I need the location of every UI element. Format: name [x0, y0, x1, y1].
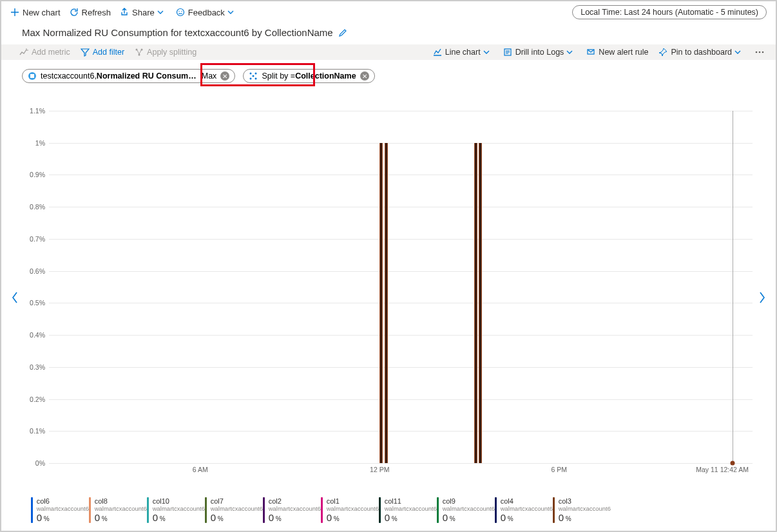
svg-point-9: [759, 52, 761, 53]
legend-color-bar: [89, 497, 91, 523]
line-chart-icon: [433, 48, 442, 57]
refresh-button[interactable]: Refresh: [70, 8, 111, 17]
feedback-button[interactable]: Feedback: [176, 8, 237, 17]
y-axis-label: 1%: [35, 139, 45, 147]
metric-icon: [19, 48, 28, 57]
data-spike: [479, 143, 482, 463]
chevron-down-icon: [566, 49, 573, 55]
legend-item[interactable]: col7walmartcxaccount60 %: [205, 497, 263, 523]
legend-series-name: col6: [37, 497, 89, 505]
chart-title: Max Normalized RU Consumption for textcx…: [22, 27, 333, 38]
legend-series-account: walmartcxaccount6: [385, 505, 437, 512]
grid-line: [49, 271, 753, 272]
legend-series-value: 0 %: [211, 512, 263, 523]
legend-series-value: 0 %: [501, 512, 553, 523]
chevron-down-icon: [227, 9, 234, 15]
grid-line: [49, 111, 753, 111]
svg-point-13: [255, 73, 257, 75]
svg-point-15: [255, 78, 257, 80]
legend-item[interactable]: col9walmartcxaccount60 %: [437, 497, 495, 523]
x-axis-label: 6 AM: [193, 466, 208, 473]
new-alert-button[interactable]: New alert rule: [586, 48, 648, 57]
next-chart-arrow[interactable]: [755, 285, 769, 310]
grid-line: [49, 143, 753, 144]
more-button[interactable]: [754, 48, 768, 57]
time-range-button[interactable]: Local Time: Last 24 hours (Automatic - 5…: [572, 5, 767, 19]
pin-dashboard-label: Pin to dashboard: [671, 48, 732, 57]
remove-metric-pill[interactable]: ✕: [220, 71, 229, 81]
legend-series-name: col7: [211, 497, 263, 505]
legend-item[interactable]: col3walmartcxaccount60 %: [553, 497, 611, 523]
alert-icon: [586, 48, 595, 57]
chevron-left-icon: [11, 291, 19, 304]
chevron-down-icon: [734, 49, 741, 55]
chevron-down-icon: [483, 49, 490, 55]
svg-point-1: [178, 11, 179, 12]
svg-point-16: [253, 75, 254, 77]
legend-series-value: 0 %: [269, 512, 321, 523]
y-axis-label: 0.4%: [30, 331, 45, 339]
y-axis-label: 0.2%: [30, 395, 45, 403]
legend-series-value: 0 %: [153, 512, 205, 523]
legend-item[interactable]: col1walmartcxaccount60 %: [321, 497, 379, 523]
add-metric-button[interactable]: Add metric: [19, 48, 70, 57]
legend-series-value: 0 %: [443, 512, 495, 523]
x-axis-label: 12 PM: [370, 466, 389, 473]
share-button[interactable]: Share: [120, 8, 167, 17]
legend-item[interactable]: col4walmartcxaccount60 %: [495, 497, 553, 523]
y-axis-label: 1.1%: [30, 107, 45, 115]
legend-item[interactable]: col2walmartcxaccount60 %: [263, 497, 321, 523]
remove-split-pill[interactable]: ✕: [360, 71, 369, 81]
logs-icon: [503, 48, 512, 57]
chart-type-label: Line chart: [445, 48, 481, 57]
new-alert-label: New alert rule: [599, 48, 648, 57]
y-axis-label: 0.6%: [30, 267, 45, 275]
legend-item[interactable]: col8walmartcxaccount60 %: [89, 497, 147, 523]
resource-icon: [28, 71, 37, 81]
apply-splitting-button[interactable]: Apply splitting: [135, 48, 197, 57]
legend-color-bar: [495, 497, 497, 523]
grid-line: [49, 431, 753, 432]
legend-item[interactable]: col10walmartcxaccount60 %: [147, 497, 205, 523]
apply-splitting-label: Apply splitting: [147, 48, 197, 57]
data-spike: [379, 143, 383, 463]
legend-series-name: col8: [95, 497, 147, 505]
legend-series-value: 0 %: [95, 512, 147, 523]
legend-color-bar: [205, 497, 207, 523]
prev-chart-arrow[interactable]: [8, 285, 22, 310]
legend-item[interactable]: col6walmartcxaccount60 %: [31, 497, 89, 523]
new-chart-button[interactable]: New chart: [10, 8, 61, 17]
legend: col6walmartcxaccount60 %col8walmartcxacc…: [31, 497, 753, 523]
add-metric-label: Add metric: [32, 48, 70, 57]
y-axis-label: 0.8%: [30, 203, 45, 211]
chart-title-row: Max Normalized RU Consumption for textcx…: [1, 26, 776, 44]
time-range-label: Local Time: Last 24 hours (Automatic - 5…: [580, 8, 758, 17]
grid-line: [49, 463, 753, 464]
legend-item[interactable]: col11walmartcxaccount60 %: [379, 497, 437, 523]
add-filter-button[interactable]: Add filter: [81, 48, 124, 57]
split-icon: [135, 48, 144, 57]
y-axis-label: 0.7%: [30, 235, 45, 243]
svg-point-14: [250, 78, 252, 80]
metric-pill[interactable]: testcxaccount6, Normalized RU Consum… Ma…: [22, 69, 235, 83]
grid-line: [49, 303, 753, 303]
plot-area[interactable]: 0%0.1%0.2%0.3%0.4%0.5%0.6%0.7%0.8%0.9%1%…: [49, 111, 753, 464]
legend-series-account: walmartcxaccount6: [95, 505, 147, 512]
legend-series-name: col3: [559, 497, 611, 505]
chart-type-button[interactable]: Line chart: [433, 48, 493, 57]
pin-icon: [658, 48, 667, 57]
plus-icon: [10, 8, 19, 17]
legend-series-account: walmartcxaccount6: [443, 505, 495, 512]
pin-dashboard-button[interactable]: Pin to dashboard: [658, 48, 744, 57]
drill-logs-button[interactable]: Drill into Logs: [503, 48, 577, 57]
share-label: Share: [132, 8, 155, 17]
split-pill[interactable]: Split by = CollectionName ✕: [243, 69, 374, 83]
legend-color-bar: [321, 497, 323, 523]
split-pill-value: CollectionName: [295, 71, 356, 81]
legend-series-value: 0 %: [385, 512, 437, 523]
chart-area: 0%0.1%0.2%0.3%0.4%0.5%0.6%0.7%0.8%0.9%1%…: [27, 103, 753, 483]
metric-pill-agg: Max: [202, 71, 217, 81]
grid-line: [49, 399, 753, 400]
refresh-label: Refresh: [82, 8, 111, 17]
edit-icon[interactable]: [338, 28, 347, 37]
